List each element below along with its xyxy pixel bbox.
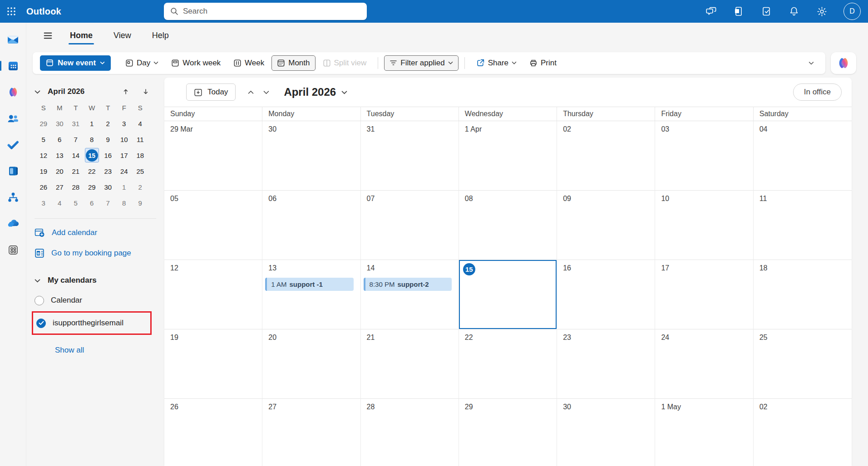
mini-calendar-collapse-chevron-icon[interactable] [35, 90, 40, 94]
calendar-cell[interactable]: 11 [754, 191, 852, 260]
calendar-cell[interactable]: 16 [557, 260, 655, 329]
mini-calendar-day[interactable]: 8 [116, 195, 133, 211]
mini-calendar-day[interactable]: 25 [132, 163, 148, 179]
rail-notebook-icon[interactable] [4, 165, 22, 177]
mini-calendar-day[interactable]: 3 [116, 116, 133, 132]
calendar-cell[interactable]: 27 [262, 399, 360, 466]
in-office-status-button[interactable]: In office [793, 83, 842, 101]
app-launcher-icon[interactable] [0, 0, 23, 23]
rail-copilot-icon[interactable] [4, 86, 22, 98]
mini-calendar-day[interactable]: 24 [116, 163, 133, 179]
mini-calendar-day[interactable]: 8 [84, 132, 100, 147]
search-input[interactable]: Search [164, 3, 367, 20]
calendar-cell-selected[interactable]: 15 [459, 260, 557, 329]
mini-calendar-day[interactable]: 6 [84, 195, 100, 211]
mini-calendar-next-icon[interactable] [141, 87, 151, 97]
mini-calendar-day[interactable]: 12 [35, 147, 52, 163]
mini-calendar-day[interactable]: 5 [35, 132, 52, 147]
mini-calendar-day[interactable]: 1 [84, 116, 100, 132]
mini-calendar-title[interactable]: April 2026 [48, 87, 84, 96]
calendar-cell[interactable]: 04 [754, 121, 852, 191]
tab-view[interactable]: View [113, 31, 131, 40]
mini-calendar-day[interactable]: 13 [52, 147, 68, 163]
mini-calendar-day[interactable]: 27 [52, 179, 68, 195]
rail-more-apps-icon[interactable] [4, 244, 22, 256]
view-work-week-button[interactable]: Work week [166, 55, 226, 71]
mini-calendar-day[interactable]: 4 [52, 195, 68, 211]
mini-calendar-day[interactable]: 7 [100, 195, 116, 211]
calendar-cell[interactable]: 06 [262, 191, 360, 260]
next-month-chevron-icon[interactable] [258, 84, 274, 100]
mini-calendar-day[interactable]: 29 [84, 179, 100, 195]
mini-calendar-day[interactable]: 5 [68, 195, 84, 211]
calendar-cell[interactable]: 07 [361, 191, 459, 260]
calendar-cell[interactable]: 25 [754, 329, 852, 399]
calendar-checkbox-unchecked[interactable] [35, 296, 44, 305]
mini-calendar-day[interactable]: 30 [100, 179, 116, 195]
calendar-cell[interactable]: 22 [459, 329, 557, 399]
calendar-cell[interactable]: 02 [754, 399, 852, 466]
mini-calendar-day[interactable]: 22 [84, 163, 100, 179]
calendar-cell[interactable]: 29 Mar [164, 121, 262, 191]
show-all-link[interactable]: Show all [55, 346, 84, 355]
mini-calendar-day-selected[interactable]: 15 [84, 147, 100, 163]
calendar-cell[interactable]: 20 [262, 329, 360, 399]
rail-mail-icon[interactable] [4, 34, 22, 45]
hamburger-menu-icon[interactable] [40, 28, 55, 43]
mini-calendar-day[interactable]: 10 [116, 132, 133, 147]
rail-org-explorer-icon[interactable] [4, 191, 22, 203]
mini-calendar-day[interactable]: 2 [132, 179, 148, 195]
mini-calendar-day[interactable]: 29 [35, 116, 52, 132]
mini-calendar-day[interactable]: 23 [100, 163, 116, 179]
month-title[interactable]: April 2026 [284, 86, 347, 98]
calendar-cell[interactable]: 17 [655, 260, 753, 329]
calendar-cell[interactable]: 29 [459, 399, 557, 466]
new-event-button[interactable]: New event [40, 55, 111, 71]
calendar-cell[interactable]: 131 AMsupport -1 [262, 260, 360, 329]
previous-month-chevron-icon[interactable] [243, 84, 258, 100]
mini-calendar-day[interactable]: 11 [132, 132, 148, 147]
chat-icon[interactable] [705, 5, 717, 17]
settings-gear-icon[interactable] [816, 5, 828, 17]
calendar-cell[interactable]: 05 [164, 191, 262, 260]
calendar-cell[interactable]: 19 [164, 329, 262, 399]
calendar-event[interactable]: 8:30 PMsupport-2 [364, 278, 452, 291]
calendar-list-item-calendar[interactable]: Calendar [26, 290, 164, 310]
mini-calendar-day[interactable]: 1 [116, 179, 133, 195]
mini-calendar-day[interactable]: 17 [116, 147, 133, 163]
calendar-cell[interactable]: 148:30 PMsupport-2 [361, 260, 459, 329]
calendar-event[interactable]: 1 AMsupport -1 [265, 278, 353, 291]
mini-calendar-day[interactable]: 30 [52, 116, 68, 132]
mini-calendar-day[interactable]: 9 [100, 132, 116, 147]
calendar-cell[interactable]: 26 [164, 399, 262, 466]
calendar-cell[interactable]: 31 [361, 121, 459, 191]
print-button[interactable]: Print [524, 55, 562, 71]
calendar-cell[interactable]: 21 [361, 329, 459, 399]
tab-home[interactable]: Home [70, 31, 93, 40]
mini-calendar-day[interactable]: 26 [35, 179, 52, 195]
calendar-cell[interactable]: 12 [164, 260, 262, 329]
view-split-view-button[interactable]: Split view [317, 55, 372, 71]
share-button[interactable]: Share [471, 55, 522, 71]
mini-calendar-day[interactable]: 31 [68, 116, 84, 132]
calendar-cell[interactable]: 10 [655, 191, 753, 260]
mini-calendar-day[interactable]: 6 [52, 132, 68, 147]
onenote-feed-icon[interactable]: N [733, 5, 745, 17]
rail-onedrive-icon[interactable] [4, 218, 22, 230]
calendar-cell[interactable]: 18 [754, 260, 852, 329]
mini-calendar-day[interactable]: 7 [68, 132, 84, 147]
my-day-icon[interactable] [760, 5, 772, 17]
account-avatar[interactable]: D [843, 3, 861, 20]
mini-calendar-day[interactable]: 20 [52, 163, 68, 179]
add-calendar-link[interactable]: Add calendar [26, 222, 164, 243]
today-button[interactable]: Today [186, 83, 236, 101]
rail-calendar-icon[interactable] [4, 60, 22, 72]
mini-calendar-day[interactable]: 14 [68, 147, 84, 163]
calendar-list-item-isupportthegirlsemail[interactable]: isupportthegirlsemail [33, 313, 150, 334]
mini-calendar-day[interactable]: 28 [68, 179, 84, 195]
calendar-cell[interactable]: 02 [557, 121, 655, 191]
calendar-cell[interactable]: 08 [459, 191, 557, 260]
mini-calendar-day[interactable]: 18 [132, 147, 148, 163]
mini-calendar-day[interactable]: 16 [100, 147, 116, 163]
calendar-cell[interactable]: 03 [655, 121, 753, 191]
